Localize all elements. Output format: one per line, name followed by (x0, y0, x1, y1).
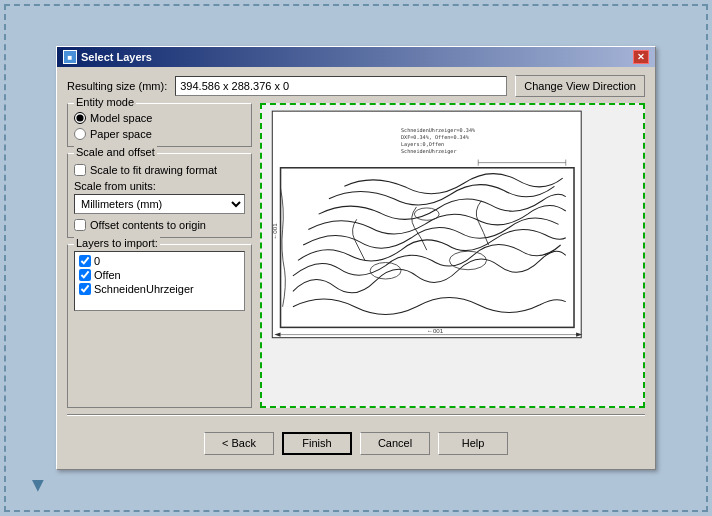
offset-option[interactable]: Offset contents to origin (74, 219, 245, 231)
dialog-title: Select Layers (81, 51, 152, 63)
scale-units-select[interactable]: Millimeters (mm) Inches (in) Centimeters… (74, 194, 245, 214)
svg-text:SchneidenUhrzeiger=0.34%: SchneidenUhrzeiger=0.34% (401, 127, 475, 134)
entity-mode-group: Entity mode Model space Paper space (67, 103, 252, 147)
entity-mode-label: Entity mode (74, 96, 136, 108)
layer-schneiden-checkbox[interactable] (79, 283, 91, 295)
layers-list: 0 Offen SchneidenUhrzeiger (74, 251, 245, 311)
resulting-size-label: Resulting size (mm): (67, 80, 167, 92)
offset-label: Offset contents to origin (90, 219, 206, 231)
select-layers-dialog: ■ Select Layers ✕ Resulting size (mm): C… (56, 46, 656, 470)
scale-fit-checkbox[interactable] (74, 164, 86, 176)
svg-text:DXF=0.34%, Offen=0.34%: DXF=0.34%, Offen=0.34% (401, 134, 469, 140)
scale-fit-option[interactable]: Scale to fit drawing format (74, 164, 245, 176)
layer-offen-checkbox[interactable] (79, 269, 91, 281)
layers-group: Layers to import: 0 Offen SchneidenUh (67, 244, 252, 408)
arrow-indicator: ▲ (28, 475, 48, 498)
layer-0-label: 0 (94, 255, 100, 267)
change-view-direction-button[interactable]: Change View Direction (515, 75, 645, 97)
paper-space-radio[interactable] (74, 128, 86, 140)
layers-label: Layers to import: (74, 237, 160, 249)
layer-0-checkbox[interactable] (79, 255, 91, 267)
entity-mode-radio-group: Model space Paper space (74, 112, 245, 140)
left-panel: Entity mode Model space Paper space (67, 103, 252, 408)
title-bar: ■ Select Layers ✕ (57, 47, 655, 67)
svg-text:SchneidenUhrzeiger: SchneidenUhrzeiger (401, 149, 457, 156)
svg-text:←001: ←001 (427, 327, 444, 334)
scale-offset-group: Scale and offset Scale to fit drawing fo… (67, 153, 252, 238)
title-bar-left: ■ Select Layers (63, 50, 152, 64)
model-space-option[interactable]: Model space (74, 112, 245, 124)
svg-text:←001: ←001 (271, 223, 278, 240)
offset-checkbox[interactable] (74, 219, 86, 231)
top-row: Resulting size (mm): Change View Directi… (67, 75, 645, 97)
main-content: Entity mode Model space Paper space (67, 103, 645, 408)
scale-offset-label: Scale and offset (74, 146, 157, 158)
resulting-size-input (175, 76, 507, 96)
preview-svg: SchneidenUhrzeiger=0.34% DXF=0.34%, Offe… (262, 105, 643, 406)
preview-area: SchneidenUhrzeiger=0.34% DXF=0.34%, Offe… (260, 103, 645, 408)
paper-space-label: Paper space (90, 128, 152, 140)
paper-space-option[interactable]: Paper space (74, 128, 245, 140)
cancel-button[interactable]: Cancel (360, 432, 430, 455)
dialog-icon: ■ (63, 50, 77, 64)
scale-from-label: Scale from units: (74, 180, 245, 192)
scale-offset-content: Scale to fit drawing format Scale from u… (74, 164, 245, 231)
finish-button[interactable]: Finish (282, 432, 352, 455)
layer-item-offen[interactable]: Offen (77, 268, 242, 282)
svg-text:Layers:0,Offen: Layers:0,Offen (401, 141, 444, 148)
scale-fit-label: Scale to fit drawing format (90, 164, 217, 176)
bottom-bar: < Back Finish Cancel Help (67, 422, 645, 461)
back-button[interactable]: < Back (204, 432, 274, 455)
dialog-body: Resulting size (mm): Change View Directi… (57, 67, 655, 469)
separator (67, 414, 645, 416)
help-button[interactable]: Help (438, 432, 508, 455)
model-space-radio[interactable] (74, 112, 86, 124)
close-button[interactable]: ✕ (633, 50, 649, 64)
layer-schneiden-label: SchneidenUhrzeiger (94, 283, 194, 295)
layer-item-0[interactable]: 0 (77, 254, 242, 268)
model-space-label: Model space (90, 112, 152, 124)
layer-item-schneiden[interactable]: SchneidenUhrzeiger (77, 282, 242, 296)
layer-offen-label: Offen (94, 269, 121, 281)
